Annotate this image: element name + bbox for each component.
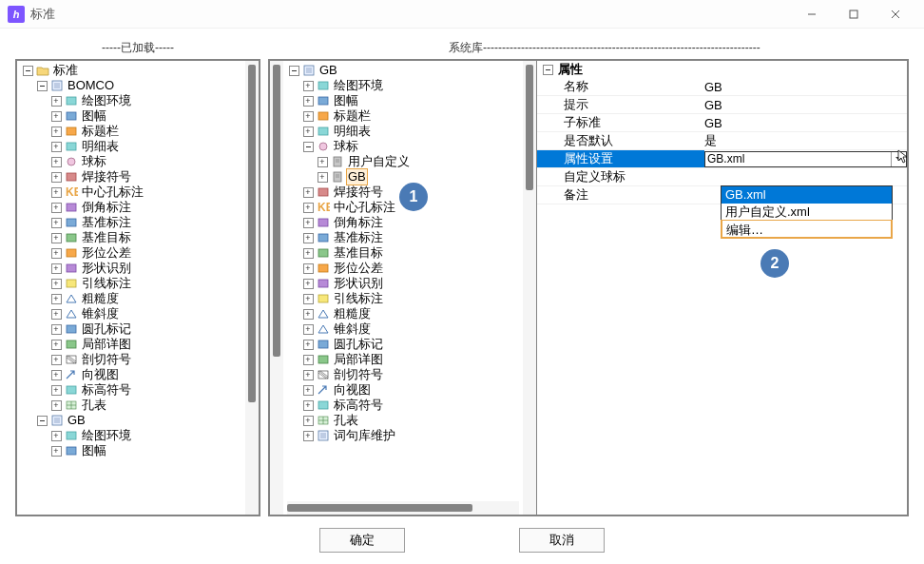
tree-toggle-icon[interactable] xyxy=(301,125,315,138)
tree-item[interactable]: 明细表 xyxy=(332,124,373,139)
tree-item[interactable]: 形状识别 xyxy=(332,276,385,291)
tree-item[interactable]: 倒角标注 xyxy=(80,200,133,215)
tree-toggle-icon[interactable] xyxy=(49,368,63,381)
tree-item[interactable]: 引线标注 xyxy=(80,276,133,291)
prop-row-customball[interactable]: 自定义球标 xyxy=(537,168,907,186)
tree-toggle-icon[interactable] xyxy=(49,231,63,244)
prop-substd-value[interactable]: GB xyxy=(704,116,907,130)
property-header[interactable]: 属性 xyxy=(537,61,907,78)
prop-row-isdefault[interactable]: 是否默认 是 xyxy=(537,132,907,150)
tree-toggle-icon[interactable] xyxy=(301,383,315,397)
prop-row-propset[interactable]: 属性设置 GB.xml xyxy=(537,150,907,168)
tree-item[interactable]: 圆孔标记 xyxy=(80,321,133,337)
tree-item[interactable]: 粗糙度 xyxy=(80,291,121,306)
tree-item[interactable]: 向视图 xyxy=(332,382,373,398)
tree-item[interactable]: 中心孔标注 xyxy=(332,200,397,215)
tree-toggle-icon[interactable] xyxy=(316,155,329,168)
tree-item[interactable]: 图幅 xyxy=(332,93,360,108)
tree-item[interactable]: 明细表 xyxy=(80,139,121,154)
tree-toggle-icon[interactable] xyxy=(301,322,315,336)
tree-item[interactable]: 绘图环境 xyxy=(80,93,133,108)
ok-button[interactable]: 确定 xyxy=(319,528,405,553)
tree-toggle-icon[interactable] xyxy=(301,185,315,199)
tree-toggle-icon[interactable] xyxy=(49,292,63,305)
prop-row-substd[interactable]: 子标准 GB xyxy=(537,114,907,132)
prop-name-value[interactable]: GB xyxy=(704,80,907,94)
tree-toggle-icon[interactable] xyxy=(301,231,315,244)
prop-row-name[interactable]: 名称 GB xyxy=(537,78,907,96)
tree-item[interactable]: 球标 xyxy=(332,139,360,154)
tree-toggle-icon[interactable] xyxy=(49,94,63,107)
tree-toggle-icon[interactable] xyxy=(49,246,63,260)
prop-propset-value[interactable]: GB.xml xyxy=(704,151,907,167)
prop-tip-value[interactable]: GB xyxy=(704,98,907,112)
tree-toggle-icon[interactable] xyxy=(49,307,63,321)
tree-toggle-icon[interactable] xyxy=(49,170,63,184)
tree-item[interactable]: 基准目标 xyxy=(332,245,385,261)
cancel-button[interactable]: 取消 xyxy=(519,528,605,553)
tree-toggle-icon[interactable] xyxy=(49,444,63,457)
tree-item[interactable]: 孔表 xyxy=(80,398,108,413)
dropdown-list[interactable]: GB.xml 用户自定义.xml 编辑… xyxy=(721,185,893,239)
tree-toggle-icon[interactable] xyxy=(316,170,329,184)
tree-item[interactable]: 球标 xyxy=(80,154,108,169)
tree-toggle-icon[interactable] xyxy=(301,338,315,351)
tree-item[interactable]: 倒角标注 xyxy=(332,215,385,230)
tree-item[interactable]: 向视图 xyxy=(80,367,121,382)
tree-item[interactable]: 形位公差 xyxy=(332,261,385,276)
tree-item[interactable]: GB xyxy=(318,63,339,78)
tree-toggle-icon[interactable] xyxy=(49,155,63,168)
tree-item[interactable]: 圆孔标记 xyxy=(332,337,385,352)
tree-item[interactable]: 剖切符号 xyxy=(80,352,133,367)
tree-toggle-icon[interactable] xyxy=(301,353,315,366)
tree-item[interactable]: GB xyxy=(346,168,368,185)
tree-toggle-icon[interactable] xyxy=(301,79,315,92)
tree-toggle-icon[interactable] xyxy=(301,368,315,381)
tree-toggle-icon[interactable] xyxy=(49,277,63,290)
tree-toggle-icon[interactable] xyxy=(49,322,63,336)
tree-item[interactable]: 标高符号 xyxy=(80,382,133,398)
left-scrollbar[interactable] xyxy=(245,61,259,515)
tree-toggle-icon[interactable] xyxy=(49,125,63,138)
tree-item[interactable]: 基准目标 xyxy=(80,230,133,245)
tree-item[interactable]: 绘图环境 xyxy=(80,428,133,443)
tree-toggle-icon[interactable] xyxy=(301,414,315,427)
tree-toggle-icon[interactable] xyxy=(49,399,63,412)
dropdown-option-edit[interactable]: 编辑… xyxy=(721,220,893,239)
tree-toggle-icon[interactable] xyxy=(301,429,315,442)
dropdown-option-user[interactable]: 用户自定义.xml xyxy=(722,204,892,221)
maximize-button[interactable] xyxy=(833,0,875,29)
tree-item[interactable]: 标题栏 xyxy=(80,124,121,139)
tree-toggle-icon[interactable] xyxy=(301,307,315,321)
tree-item[interactable]: 粗糙度 xyxy=(332,306,373,321)
dropdown-option-gb[interactable]: GB.xml xyxy=(722,186,892,204)
tree-toggle-icon[interactable] xyxy=(49,429,63,442)
tree-toggle-icon[interactable] xyxy=(35,79,48,92)
tree-item[interactable]: 局部详图 xyxy=(80,337,133,352)
tree-toggle-icon[interactable] xyxy=(301,277,315,290)
minimize-button[interactable] xyxy=(791,0,833,29)
tree-item[interactable]: 形位公差 xyxy=(80,245,133,261)
tree-item[interactable]: 基准标注 xyxy=(80,215,133,230)
prop-row-tip[interactable]: 提示 GB xyxy=(537,96,907,114)
tree-item[interactable]: GB xyxy=(66,413,87,428)
tree-item[interactable]: 形状识别 xyxy=(80,261,133,276)
tree-toggle-icon[interactable] xyxy=(301,246,315,260)
tree-item[interactable]: 标准 xyxy=(51,63,80,78)
collapse-icon[interactable] xyxy=(541,63,554,76)
tree-item[interactable]: 引线标注 xyxy=(332,291,385,306)
tree-item[interactable]: BOMCO xyxy=(66,78,116,93)
close-button[interactable] xyxy=(875,0,916,29)
tree-item[interactable]: 标高符号 xyxy=(332,398,385,413)
tree-item[interactable]: 图幅 xyxy=(80,443,108,458)
tree-toggle-icon[interactable] xyxy=(301,399,315,412)
tree-item[interactable]: 中心孔标注 xyxy=(80,185,145,200)
tree-item[interactable]: 焊接符号 xyxy=(80,169,133,185)
tree-item[interactable]: 局部详图 xyxy=(332,352,385,367)
tree-toggle-icon[interactable] xyxy=(301,109,315,123)
tree-toggle-icon[interactable] xyxy=(49,353,63,366)
tree-toggle-icon[interactable] xyxy=(301,140,315,153)
tree-toggle-icon[interactable] xyxy=(49,109,63,123)
tree-toggle-icon[interactable] xyxy=(49,185,63,199)
tree-toggle-icon[interactable] xyxy=(301,262,315,275)
